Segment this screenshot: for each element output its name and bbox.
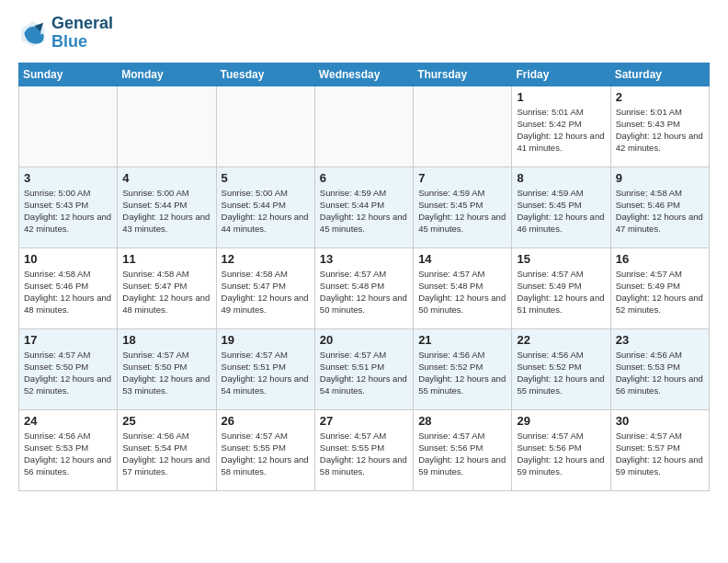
calendar-cell: 15Sunrise: 4:57 AM Sunset: 5:49 PM Dayli… xyxy=(512,247,610,328)
calendar-cell: 17Sunrise: 4:57 AM Sunset: 5:50 PM Dayli… xyxy=(19,328,118,409)
day-info: Sunrise: 4:58 AM Sunset: 5:47 PM Dayligh… xyxy=(122,268,210,316)
weekday-header-wednesday: Wednesday xyxy=(314,63,413,86)
calendar-week-row: 17Sunrise: 4:57 AM Sunset: 5:50 PM Dayli… xyxy=(19,328,710,409)
calendar-cell xyxy=(118,86,216,167)
calendar-cell: 6Sunrise: 4:59 AM Sunset: 5:44 PM Daylig… xyxy=(314,167,413,247)
day-info: Sunrise: 4:57 AM Sunset: 5:56 PM Dayligh… xyxy=(517,430,605,478)
day-number: 8 xyxy=(517,171,605,185)
weekday-header-tuesday: Tuesday xyxy=(216,63,314,86)
day-number: 10 xyxy=(24,252,112,266)
day-info: Sunrise: 4:56 AM Sunset: 5:52 PM Dayligh… xyxy=(517,349,605,397)
day-number: 13 xyxy=(320,252,408,266)
day-info: Sunrise: 4:59 AM Sunset: 5:45 PM Dayligh… xyxy=(517,187,605,236)
day-info: Sunrise: 4:57 AM Sunset: 5:55 PM Dayligh… xyxy=(320,430,408,478)
calendar-table: SundayMondayTuesdayWednesdayThursdayFrid… xyxy=(18,63,710,491)
calendar-cell: 28Sunrise: 4:57 AM Sunset: 5:56 PM Dayli… xyxy=(414,409,512,490)
calendar-cell: 19Sunrise: 4:57 AM Sunset: 5:51 PM Dayli… xyxy=(216,328,314,409)
day-number: 4 xyxy=(122,171,210,185)
weekday-header-saturday: Saturday xyxy=(610,63,709,86)
day-number: 12 xyxy=(222,252,310,266)
calendar-cell: 24Sunrise: 4:56 AM Sunset: 5:53 PM Dayli… xyxy=(19,409,118,490)
day-info: Sunrise: 4:56 AM Sunset: 5:53 PM Dayligh… xyxy=(616,349,704,397)
day-number: 3 xyxy=(24,171,112,185)
day-info: Sunrise: 4:56 AM Sunset: 5:52 PM Dayligh… xyxy=(418,349,506,397)
calendar-cell: 30Sunrise: 4:57 AM Sunset: 5:57 PM Dayli… xyxy=(610,409,709,490)
day-info: Sunrise: 4:56 AM Sunset: 5:54 PM Dayligh… xyxy=(122,430,210,478)
calendar-cell: 1Sunrise: 5:01 AM Sunset: 5:42 PM Daylig… xyxy=(512,86,610,167)
calendar-cell: 20Sunrise: 4:57 AM Sunset: 5:51 PM Dayli… xyxy=(314,328,413,409)
calendar-cell: 18Sunrise: 4:57 AM Sunset: 5:50 PM Dayli… xyxy=(118,328,216,409)
weekday-header-friday: Friday xyxy=(512,63,610,86)
calendar-cell: 22Sunrise: 4:56 AM Sunset: 5:52 PM Dayli… xyxy=(512,328,610,409)
calendar-week-row: 1Sunrise: 5:01 AM Sunset: 5:42 PM Daylig… xyxy=(19,86,710,167)
day-number: 25 xyxy=(122,414,210,428)
day-number: 9 xyxy=(616,171,704,185)
weekday-header-row: SundayMondayTuesdayWednesdayThursdayFrid… xyxy=(19,63,710,86)
day-number: 14 xyxy=(418,252,506,266)
day-info: Sunrise: 5:01 AM Sunset: 5:42 PM Dayligh… xyxy=(517,106,605,155)
day-info: Sunrise: 4:58 AM Sunset: 5:47 PM Dayligh… xyxy=(222,268,310,316)
day-info: Sunrise: 4:59 AM Sunset: 5:45 PM Dayligh… xyxy=(418,187,506,236)
logo-icon xyxy=(18,18,48,48)
calendar-cell xyxy=(314,86,413,167)
calendar-cell: 3Sunrise: 5:00 AM Sunset: 5:43 PM Daylig… xyxy=(19,167,118,247)
calendar-week-row: 3Sunrise: 5:00 AM Sunset: 5:43 PM Daylig… xyxy=(19,167,710,247)
day-number: 1 xyxy=(517,90,605,104)
calendar-cell: 2Sunrise: 5:01 AM Sunset: 5:43 PM Daylig… xyxy=(610,86,709,167)
calendar-cell: 12Sunrise: 4:58 AM Sunset: 5:47 PM Dayli… xyxy=(216,247,314,328)
day-number: 26 xyxy=(222,414,310,428)
day-info: Sunrise: 4:57 AM Sunset: 5:48 PM Dayligh… xyxy=(418,268,506,316)
calendar-cell: 29Sunrise: 4:57 AM Sunset: 5:56 PM Dayli… xyxy=(512,409,610,490)
weekday-header-sunday: Sunday xyxy=(19,63,118,86)
day-number: 19 xyxy=(222,333,310,347)
day-info: Sunrise: 5:00 AM Sunset: 5:44 PM Dayligh… xyxy=(222,187,310,236)
day-info: Sunrise: 4:57 AM Sunset: 5:55 PM Dayligh… xyxy=(222,430,310,478)
day-info: Sunrise: 4:57 AM Sunset: 5:51 PM Dayligh… xyxy=(320,349,408,397)
calendar-cell: 16Sunrise: 4:57 AM Sunset: 5:49 PM Dayli… xyxy=(610,247,709,328)
day-info: Sunrise: 4:57 AM Sunset: 5:49 PM Dayligh… xyxy=(517,268,605,316)
calendar-cell: 10Sunrise: 4:58 AM Sunset: 5:46 PM Dayli… xyxy=(19,247,118,328)
day-number: 21 xyxy=(418,333,506,347)
calendar-cell: 9Sunrise: 4:58 AM Sunset: 5:46 PM Daylig… xyxy=(610,167,709,247)
calendar-cell xyxy=(19,86,118,167)
day-info: Sunrise: 4:57 AM Sunset: 5:51 PM Dayligh… xyxy=(222,349,310,397)
day-number: 23 xyxy=(616,333,704,347)
calendar-cell: 23Sunrise: 4:56 AM Sunset: 5:53 PM Dayli… xyxy=(610,328,709,409)
day-number: 11 xyxy=(122,252,210,266)
day-info: Sunrise: 5:00 AM Sunset: 5:43 PM Dayligh… xyxy=(24,187,112,236)
day-number: 22 xyxy=(517,333,605,347)
calendar-cell: 25Sunrise: 4:56 AM Sunset: 5:54 PM Dayli… xyxy=(118,409,216,490)
day-number: 30 xyxy=(616,414,704,428)
calendar-week-row: 24Sunrise: 4:56 AM Sunset: 5:53 PM Dayli… xyxy=(19,409,710,490)
day-number: 7 xyxy=(418,171,506,185)
day-info: Sunrise: 4:58 AM Sunset: 5:46 PM Dayligh… xyxy=(24,268,112,316)
logo: General Blue xyxy=(18,15,113,52)
day-number: 2 xyxy=(616,90,704,104)
day-info: Sunrise: 4:57 AM Sunset: 5:49 PM Dayligh… xyxy=(616,268,704,316)
calendar-cell: 26Sunrise: 4:57 AM Sunset: 5:55 PM Dayli… xyxy=(216,409,314,490)
calendar-cell xyxy=(414,86,512,167)
day-number: 29 xyxy=(517,414,605,428)
day-info: Sunrise: 4:57 AM Sunset: 5:48 PM Dayligh… xyxy=(320,268,408,316)
day-info: Sunrise: 4:56 AM Sunset: 5:53 PM Dayligh… xyxy=(24,430,112,478)
page-header: General Blue xyxy=(18,15,710,52)
logo-text: General Blue xyxy=(51,15,113,52)
day-number: 15 xyxy=(517,252,605,266)
day-number: 5 xyxy=(222,171,310,185)
calendar-cell: 13Sunrise: 4:57 AM Sunset: 5:48 PM Dayli… xyxy=(314,247,413,328)
calendar-cell: 7Sunrise: 4:59 AM Sunset: 5:45 PM Daylig… xyxy=(414,167,512,247)
day-number: 28 xyxy=(418,414,506,428)
calendar-cell: 4Sunrise: 5:00 AM Sunset: 5:44 PM Daylig… xyxy=(118,167,216,247)
weekday-header-thursday: Thursday xyxy=(414,63,512,86)
day-info: Sunrise: 4:57 AM Sunset: 5:56 PM Dayligh… xyxy=(418,430,506,478)
day-info: Sunrise: 5:01 AM Sunset: 5:43 PM Dayligh… xyxy=(616,106,704,155)
day-info: Sunrise: 4:57 AM Sunset: 5:50 PM Dayligh… xyxy=(24,349,112,397)
calendar-week-row: 10Sunrise: 4:58 AM Sunset: 5:46 PM Dayli… xyxy=(19,247,710,328)
calendar-cell xyxy=(216,86,314,167)
day-info: Sunrise: 4:57 AM Sunset: 5:50 PM Dayligh… xyxy=(122,349,210,397)
day-number: 20 xyxy=(320,333,408,347)
day-info: Sunrise: 4:59 AM Sunset: 5:44 PM Dayligh… xyxy=(320,187,408,236)
calendar-cell: 8Sunrise: 4:59 AM Sunset: 5:45 PM Daylig… xyxy=(512,167,610,247)
day-number: 16 xyxy=(616,252,704,266)
day-number: 6 xyxy=(320,171,408,185)
